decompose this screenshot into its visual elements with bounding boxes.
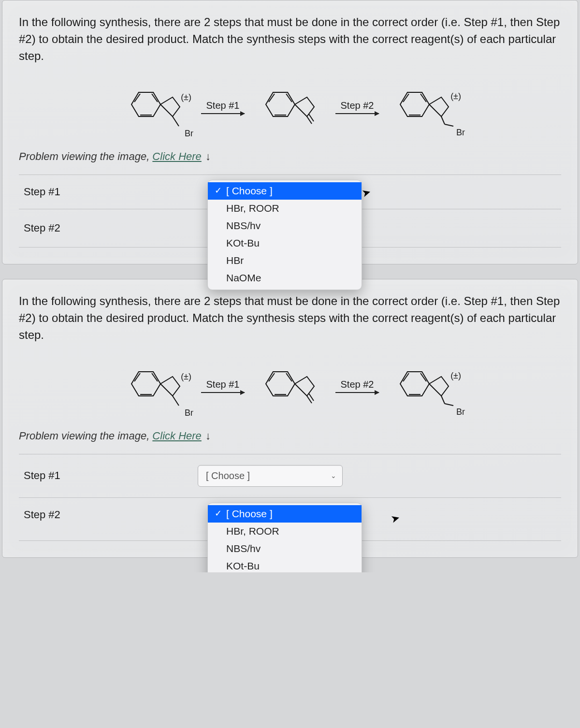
svg-marker-11 bbox=[400, 92, 429, 116]
reagent-dropdown[interactable]: [ Choose ] HBr, ROOR NBS/hv KOt-Bu HBr N… bbox=[207, 180, 362, 290]
dropdown-option[interactable]: NaOMe bbox=[208, 269, 362, 287]
download-icon[interactable]: ↓ bbox=[203, 430, 211, 442]
dropdown-option[interactable]: [ Choose ] bbox=[208, 182, 362, 200]
svg-marker-28 bbox=[400, 372, 429, 396]
racemic-label: (±) bbox=[450, 371, 461, 381]
match-row-step1: Step #1 [ Choose ] ⌄ bbox=[19, 454, 561, 497]
question-prompt: In the following synthesis, there are 2 … bbox=[19, 14, 561, 64]
click-here-link[interactable]: Click Here bbox=[152, 430, 201, 442]
row-label: Step #1 bbox=[24, 186, 198, 198]
help-text: Problem viewing the image, bbox=[19, 430, 152, 442]
svg-line-32 bbox=[441, 396, 445, 404]
atom-label-br: Br bbox=[456, 128, 465, 138]
row-label: Step #2 bbox=[24, 222, 198, 234]
arrow-label: Step #2 bbox=[341, 379, 374, 390]
dropdown-option[interactable]: HBr bbox=[208, 252, 362, 269]
reagent-select[interactable]: [ Choose ] ⌄ bbox=[198, 465, 343, 487]
arrow-label: Step #1 bbox=[206, 100, 240, 111]
arrow-label: Step #2 bbox=[341, 100, 374, 111]
svg-marker-22 bbox=[266, 372, 295, 396]
svg-line-21 bbox=[173, 396, 179, 406]
arrow-step1: Step #1 bbox=[196, 100, 249, 114]
dropdown-option[interactable]: KOt-Bu bbox=[208, 234, 362, 252]
dropdown-option[interactable]: [ Choose ] bbox=[208, 505, 362, 523]
dropdown-option[interactable]: NBS/hv bbox=[208, 217, 362, 234]
select-placeholder: [ Choose ] bbox=[206, 470, 250, 481]
question-block: In the following synthesis, there are 2 … bbox=[2, 0, 578, 264]
reaction-scheme: (±) Br Step #1 Step #2 bbox=[19, 352, 561, 420]
click-here-link[interactable]: Click Here bbox=[152, 150, 201, 162]
svg-marker-5 bbox=[266, 92, 295, 116]
question-prompt: In the following synthesis, there are 2 … bbox=[19, 293, 561, 343]
row-label: Step #1 bbox=[24, 469, 198, 482]
svg-line-4 bbox=[173, 116, 179, 126]
question-block: In the following synthesis, there are 2 … bbox=[2, 279, 578, 557]
arrow-step2: Step #2 bbox=[331, 100, 384, 114]
image-help: Problem viewing the image, Click Here ↓ bbox=[19, 430, 561, 442]
molecule-start: (±) Br bbox=[122, 78, 189, 136]
arrow-label: Step #1 bbox=[206, 379, 240, 390]
chevron-down-icon: ⌄ bbox=[331, 472, 336, 480]
racemic-label: (±) bbox=[450, 91, 461, 102]
reagent-dropdown[interactable]: [ Choose ] HBr, ROOR NBS/hv KOt-Bu HBr N… bbox=[207, 503, 362, 572]
svg-line-15 bbox=[441, 116, 445, 124]
arrow-step1: Step #1 bbox=[196, 379, 249, 393]
svg-line-33 bbox=[445, 404, 453, 406]
molecule-intermediate bbox=[256, 357, 324, 415]
dropdown-option[interactable]: HBr, ROOR bbox=[208, 523, 362, 540]
cursor-icon: ➤ bbox=[390, 511, 401, 526]
arrow-step2: Step #2 bbox=[331, 379, 384, 393]
match-row-step1: Step #1 [ Choose ] HBr, ROOR NBS/hv KOt-… bbox=[19, 175, 561, 209]
dropdown-option[interactable]: KOt-Bu bbox=[208, 557, 362, 572]
download-icon[interactable]: ↓ bbox=[203, 150, 211, 162]
help-text: Problem viewing the image, bbox=[19, 150, 152, 162]
svg-marker-17 bbox=[131, 372, 160, 396]
image-help: Problem viewing the image, Click Here ↓ bbox=[19, 150, 561, 163]
atom-label-br: Br bbox=[185, 408, 193, 418]
dropdown-option[interactable]: NBS/hv bbox=[208, 540, 362, 557]
row-label: Step #2 bbox=[24, 509, 198, 521]
cursor-icon: ➤ bbox=[361, 186, 372, 201]
molecule-intermediate bbox=[256, 78, 324, 136]
molecule-product: (±) Br bbox=[391, 78, 458, 136]
molecule-product: (±) Br bbox=[391, 357, 458, 415]
racemic-label: (±) bbox=[181, 372, 191, 382]
atom-label-br: Br bbox=[185, 129, 193, 139]
dropdown-option[interactable]: HBr, ROOR bbox=[208, 200, 362, 217]
reaction-scheme: (±) Br Step #1 Step #2 bbox=[19, 73, 561, 141]
svg-marker-0 bbox=[131, 92, 160, 116]
svg-line-16 bbox=[445, 124, 453, 126]
atom-label-br: Br bbox=[456, 407, 465, 417]
molecule-start: (±) Br bbox=[122, 357, 189, 415]
racemic-label: (±) bbox=[181, 92, 191, 102]
match-row-step2: Step #2 [ Choose ] HBr, ROOR NBS/hv KOt-… bbox=[19, 497, 561, 541]
